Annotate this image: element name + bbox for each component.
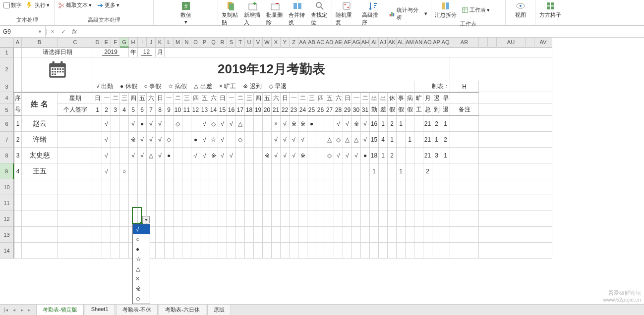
sum-cell[interactable] [397,132,406,148]
mark-cell[interactable] [147,163,156,179]
row-header-5[interactable]: 5 [0,104,14,116]
row-header-10[interactable]: 10 [0,179,14,195]
weekday-header[interactable]: 一 [102,92,111,104]
enter-button[interactable]: ✓ [58,28,69,35]
col-header-P[interactable]: P [200,38,209,48]
weekday-header[interactable]: 六 [209,92,218,104]
dropdown-item[interactable]: △ [133,264,150,274]
mark-cell[interactable]: ◇ [165,132,174,148]
mark-cell[interactable] [307,163,316,179]
weekday-header[interactable]: 四 [316,92,325,104]
tab-last-button[interactable]: ▸| [26,307,34,313]
weekday-header[interactable]: 三 [182,92,191,104]
name-box[interactable]: G9▼ [0,26,46,37]
sum-cell[interactable]: 15 [370,132,379,148]
sum-cell[interactable]: 1 [432,132,441,148]
mark-cell[interactable]: ◇ [325,148,334,163]
seq-cell[interactable]: 1 [14,116,22,132]
remark-cell[interactable] [450,148,479,163]
day-header[interactable]: 3 [111,104,120,116]
summary-header[interactable]: 休 [388,92,397,104]
sum-cell[interactable]: 1 [379,116,388,132]
col-header-T[interactable]: T [236,38,245,48]
sum-cell[interactable]: 18 [370,148,379,163]
weekday-header[interactable]: 一 [227,92,236,104]
tab-prev-button[interactable]: ◂ [10,307,18,313]
sum-cell[interactable] [414,148,423,163]
mark-cell[interactable]: ※ [263,148,272,163]
mark-cell[interactable] [316,116,325,132]
row-header-12[interactable]: 12 [0,211,14,227]
batch-delete-button[interactable]: 批量删除 [265,1,285,26]
row-header-9[interactable]: 9 [0,163,14,179]
mark-cell[interactable]: √ [200,148,209,163]
day-header[interactable]: 18 [245,104,254,116]
weekday-header[interactable]: 二 [298,92,307,104]
weekday-header[interactable]: 日 [218,92,227,104]
sum-cell[interactable]: 16 [370,116,379,132]
weekday-header[interactable]: 五 [263,92,272,104]
mark-cell[interactable] [352,163,361,179]
mark-cell[interactable]: √ [138,148,147,163]
sum-cell[interactable]: 1 [379,148,388,163]
mark-cell[interactable] [191,163,200,179]
day-header[interactable]: 29 [343,104,352,116]
mark-cell[interactable] [272,163,281,179]
mark-cell[interactable]: √ [156,132,165,148]
day-header[interactable]: 16 [227,104,236,116]
sum-cell[interactable]: 21 [423,148,432,163]
mark-cell[interactable] [263,132,272,148]
col-header-[interactable] [479,38,488,48]
mark-cell[interactable]: △ [147,148,156,163]
col-header-S[interactable]: S [227,38,236,48]
mark-cell[interactable]: ※ [352,116,361,132]
mark-cell[interactable]: ※ [129,132,138,148]
day-header[interactable]: 4 [120,104,129,116]
weekday-header[interactable]: 四 [191,92,200,104]
mark-cell[interactable] [236,148,245,163]
weekday-header[interactable]: 六 [272,92,281,104]
mark-cell[interactable] [138,163,147,179]
col-header-AB[interactable]: AB [307,38,316,48]
number-value-button[interactable]: # 数值▾ [178,1,194,25]
calendar-icon-cell[interactable] [22,57,93,81]
mark-cell[interactable]: ※ [298,148,307,163]
col-header-U[interactable]: U [245,38,254,48]
mark-cell[interactable]: √ [102,163,111,179]
mark-cell[interactable] [307,132,316,148]
day-header[interactable]: 28 [334,104,343,116]
sum-cell[interactable] [406,163,414,179]
col-header-Y[interactable]: Y [281,38,290,48]
mark-cell[interactable] [218,163,227,179]
sum-cell[interactable]: 2 [388,116,397,132]
sum-cell[interactable] [414,116,423,132]
col-header-AC[interactable]: AC [316,38,325,48]
weekday-header[interactable]: 日 [281,92,290,104]
col-header-AO[interactable]: AO [423,38,432,48]
mark-cell[interactable]: √ [227,148,236,163]
weekday-header[interactable]: 三 [120,92,129,104]
mark-cell[interactable]: ◇ [209,116,218,132]
name-cell[interactable]: 许绪 [22,132,58,148]
mark-cell[interactable]: √ [334,148,343,163]
cell-dropdown-button[interactable] [142,216,150,223]
advanced-sort-button[interactable]: 高级排序 [360,1,385,26]
mark-cell[interactable]: √ [272,148,281,163]
view-button[interactable]: 视图 [513,1,528,19]
summary-header[interactable]: 出 [379,92,388,104]
mark-cell[interactable]: √ [343,148,352,163]
random-repeat-button[interactable]: 随机重复 [334,1,358,26]
tab-next-button[interactable]: ▸ [18,307,26,313]
sheet-tab[interactable]: 考勤表-不休 [116,304,158,315]
summary-header[interactable]: 早 [441,92,450,104]
mark-cell[interactable] [174,132,182,148]
row-header-6[interactable]: 6 [0,116,14,132]
mark-cell[interactable]: √ [218,116,227,132]
mark-cell[interactable] [307,148,316,163]
mark-cell[interactable]: ● [138,116,147,132]
worksheet-button[interactable]: 工作表 ▾ [460,6,491,14]
mark-cell[interactable] [334,163,343,179]
weekday-header[interactable]: 二 [361,92,370,104]
col-header-[interactable] [526,38,534,48]
sum-cell[interactable] [441,163,450,179]
